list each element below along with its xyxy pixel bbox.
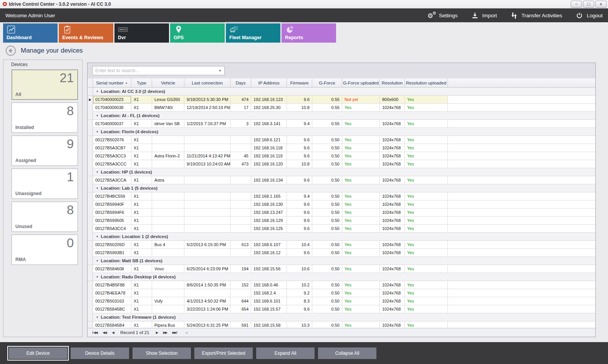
cell-resolution[interactable]: 1024x768	[380, 321, 405, 328]
cell-firmware[interactable]: 9.6	[287, 249, 312, 257]
logout-button[interactable]: Logout	[575, 12, 603, 19]
cell-g-force-uploaded[interactable]: Yes	[342, 249, 380, 257]
cell-type[interactable]: X1	[131, 208, 152, 217]
column-header-last-connection[interactable]: Last connection	[184, 78, 230, 87]
cell-last-connection[interactable]	[184, 136, 230, 144]
cell-g-force[interactable]: 0.55	[312, 120, 342, 128]
cell-g-force[interactable]: 0.50	[312, 208, 342, 217]
tab-reports[interactable]: Reports	[282, 23, 336, 43]
edit-device-button[interactable]: Edit Device	[9, 347, 67, 359]
cell-serial-number[interactable]: 00127B5A3CC3	[93, 152, 131, 160]
device-row[interactable]: 00127B5A3CCAX1Astra192.168.16.1349.60.50…	[88, 176, 595, 184]
cell-resolution-uploaded[interactable]: Yes	[405, 136, 448, 144]
cell-g-force[interactable]: 0.50	[312, 200, 342, 208]
cell-days[interactable]: 613	[230, 241, 251, 249]
cell-type[interactable]: X1	[131, 305, 152, 313]
cell-firmware[interactable]: 9.6	[287, 200, 312, 208]
cell-firmware[interactable]: 9.6	[287, 136, 312, 144]
cell-ip-address[interactable]: 192.168.6.101	[251, 297, 287, 305]
cell-type[interactable]: X1	[131, 321, 152, 328]
cell-g-force-uploaded[interactable]: Yes	[342, 305, 380, 313]
cell-resolution[interactable]: 1024x768	[380, 192, 405, 200]
cell-type[interactable]: X1	[131, 249, 152, 257]
cell-type[interactable]: X1	[131, 225, 152, 233]
cell-resolution-uploaded[interactable]: Yes	[405, 297, 448, 305]
cell-serial-number[interactable]: 00127B5A3CCC	[93, 160, 131, 168]
group-row[interactable]: ▾Location: Lab 1 (5 devices)	[88, 184, 595, 192]
cell-type[interactable]: X1	[131, 176, 152, 184]
cell-firmware[interactable]: 8.3	[287, 297, 312, 305]
cell-resolution-uploaded[interactable]: Yes	[405, 241, 448, 249]
cell-vehicle[interactable]: idrive Van SB	[152, 120, 184, 128]
cell-type[interactable]: X1	[131, 152, 152, 160]
cell-type[interactable]: X1	[131, 200, 152, 208]
cell-g-force-uploaded[interactable]: Yes	[342, 192, 380, 200]
cell-last-connection[interactable]	[184, 289, 230, 297]
cell-g-force[interactable]: 0.50	[312, 192, 342, 200]
cell-resolution[interactable]: 1024x768	[380, 289, 405, 297]
cell-last-connection[interactable]: 11/21/2014 4:13:42 PM	[184, 152, 230, 160]
next-page-button[interactable]: ▶▶	[163, 331, 167, 334]
group-row[interactable]: ▾Location: Florin (4 devices)	[88, 128, 595, 136]
column-header-resolution[interactable]: Resolution	[380, 78, 405, 87]
cell-resolution[interactable]: 800x600	[380, 96, 405, 104]
cell-resolution[interactable]: 1024x768	[380, 208, 405, 217]
cell-firmware[interactable]: 9.6	[287, 208, 312, 217]
cell-vehicle[interactable]	[152, 289, 184, 297]
cell-vehicle[interactable]: Vovo	[152, 265, 184, 273]
device-row[interactable]: ▶017040000023X1Lexus GS3509/18/2013 5:30…	[88, 96, 595, 104]
cell-g-force[interactable]: 0.50	[312, 241, 342, 249]
cell-resolution-uploaded[interactable]: Yes	[405, 152, 448, 160]
cell-vehicle[interactable]	[152, 144, 184, 152]
cell-serial-number[interactable]: 00127B502076	[93, 136, 131, 144]
group-row[interactable]: ▾Location: Al CC 3.0 (2 devices)	[88, 88, 595, 96]
cell-ip-address[interactable]: 192.168.15.58	[251, 321, 287, 328]
cell-firmware[interactable]: 10.2	[287, 281, 312, 289]
device-filter-unused[interactable]: 8Unused	[12, 202, 78, 232]
cell-ip-address[interactable]: 192.168.16.130	[251, 200, 287, 208]
cell-resolution-uploaded[interactable]: Yes	[405, 176, 448, 184]
cell-serial-number[interactable]: 00127B5994F6	[93, 208, 131, 217]
cell-g-force[interactable]: 0.55	[312, 96, 342, 104]
cell-ip-address[interactable]: 192.168.0.46	[251, 281, 287, 289]
cell-g-force[interactable]: 0.50	[312, 160, 342, 168]
cell-g-force-uploaded[interactable]: Yes	[342, 217, 380, 225]
cell-ip-address[interactable]: 192.168.16.118	[251, 144, 287, 152]
tab-dvr[interactable]: MERGEDvr	[114, 23, 169, 43]
cell-ip-address[interactable]: 192.168.16.123	[251, 96, 287, 104]
cell-days[interactable]: 194	[230, 265, 251, 273]
cell-ip-address[interactable]: 192.168.25.30	[251, 104, 287, 112]
cell-last-connection[interactable]	[184, 176, 230, 184]
tab-gps[interactable]: GPS	[170, 23, 225, 43]
tab-events-reviews[interactable]: Events & Reviews	[59, 23, 113, 43]
cell-firmware[interactable]: 10.3	[287, 321, 312, 328]
cell-type[interactable]: X1	[131, 192, 152, 200]
cell-g-force-uploaded[interactable]: Yes	[342, 120, 380, 128]
cell-resolution[interactable]: 1024x768	[380, 249, 405, 257]
cell-vehicle[interactable]: Pipera Bus	[152, 321, 184, 328]
device-row[interactable]: 00127B599505X1192.168.16.1299.60.50Yes10…	[88, 217, 595, 225]
cell-g-force[interactable]: 0.50	[312, 136, 342, 144]
cell-serial-number[interactable]: 00127B584608	[93, 265, 131, 273]
back-button[interactable]	[5, 45, 16, 56]
cell-firmware[interactable]: 9.6	[287, 144, 312, 152]
cell-ip-address[interactable]: 192.168.16.129	[251, 217, 287, 225]
cell-serial-number[interactable]: 00127B503163	[93, 297, 131, 305]
cell-resolution[interactable]: 1024x768	[380, 241, 405, 249]
column-header-firmware[interactable]: Firmware	[287, 78, 312, 87]
cell-ip-address[interactable]: 192.168.3.141	[251, 120, 287, 128]
cell-resolution-uploaded[interactable]: Yes	[405, 104, 448, 112]
cell-vehicle[interactable]	[152, 217, 184, 225]
cell-days[interactable]	[230, 200, 251, 208]
cell-firmware[interactable]: 9.6	[287, 176, 312, 184]
cell-g-force-uploaded[interactable]: Yes	[342, 241, 380, 249]
cell-serial-number[interactable]: 00127B4BC559	[93, 192, 131, 200]
cell-g-force-uploaded[interactable]: Yes	[342, 289, 380, 297]
cell-vehicle[interactable]	[152, 281, 184, 289]
group-row[interactable]: ▾Location: Location 1 (2 devices)	[88, 233, 595, 241]
cell-days[interactable]	[230, 289, 251, 297]
device-row[interactable]: 00127B5993B1X1192.168.16.129.60.50Yes102…	[88, 249, 595, 257]
cell-firmware[interactable]: 9.6	[287, 225, 312, 233]
device-details-button[interactable]: Device Details	[71, 347, 129, 359]
cell-resolution-uploaded[interactable]: Yes	[405, 144, 448, 152]
